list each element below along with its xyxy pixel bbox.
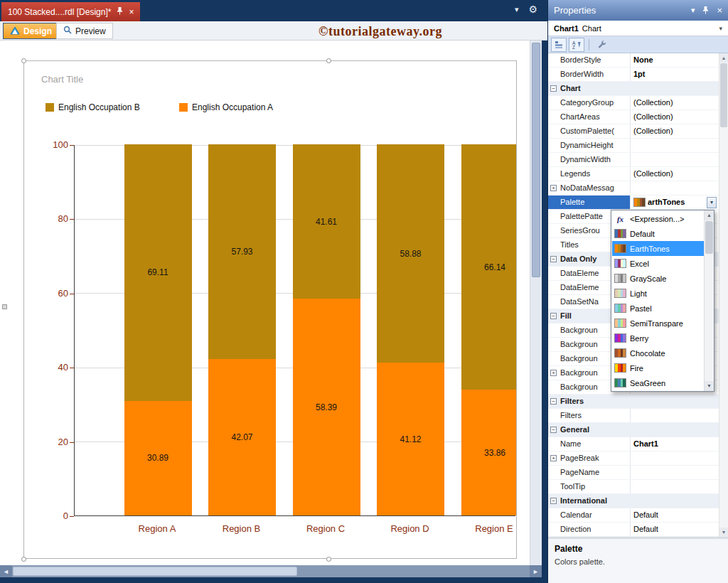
property-value-cell[interactable]: (Collection) xyxy=(631,124,719,138)
property-name-cell[interactable]: −International xyxy=(548,494,719,508)
property-row-palette-10[interactable]: PalettearthTones▾ xyxy=(548,196,719,210)
close-icon[interactable]: × xyxy=(717,5,722,16)
bar-region-b[interactable]: 42.0757.93 xyxy=(208,145,276,515)
property-name-cell[interactable]: DynamicHeight xyxy=(548,139,631,152)
property-name-cell[interactable]: −Filters xyxy=(548,395,719,408)
property-value-cell[interactable]: Default xyxy=(631,508,719,522)
property-row-custompalette-5[interactable]: CustomPalette((Collection) xyxy=(548,124,719,139)
object-selector[interactable]: Chart1 Chart ▾ xyxy=(548,21,728,36)
property-name-cell[interactable]: BorderStyle xyxy=(548,53,631,67)
property-row-calendar-32[interactable]: CalendarDefault xyxy=(548,508,719,523)
property-name-cell[interactable]: ToolTip xyxy=(548,480,631,493)
pin-icon[interactable] xyxy=(117,6,123,17)
collapse-icon[interactable]: − xyxy=(550,85,557,92)
property-value-cell[interactable]: Chart1 xyxy=(631,437,719,451)
property-row-pagebreak-28[interactable]: +PageBreak xyxy=(548,451,719,466)
property-name-cell[interactable]: ChartAreas xyxy=(548,110,631,124)
property-row-categorygroup-3[interactable]: CategoryGroup(Collection) xyxy=(548,96,719,110)
property-value-cell[interactable]: (Collection) xyxy=(631,96,719,109)
property-name-cell[interactable]: Name xyxy=(548,437,631,451)
legend-item-english-occupation-b[interactable]: English Occupation B xyxy=(46,102,140,112)
property-name-cell[interactable]: Direction xyxy=(548,523,631,536)
palette-option-excel[interactable]: Excel xyxy=(612,256,704,271)
resize-handle-left-middle[interactable] xyxy=(2,304,7,309)
chevron-down-icon[interactable]: ▾ xyxy=(515,5,519,14)
property-name-cell[interactable]: +PageBreak xyxy=(548,451,631,465)
tab-design[interactable]: Design xyxy=(3,23,59,39)
document-tab[interactable]: 100 Stacked....rdl [Design]* × xyxy=(1,2,140,21)
property-name-cell[interactable]: CustomPalette( xyxy=(548,124,631,138)
property-value-cell[interactable]: 1pt xyxy=(631,68,719,81)
vertical-scrollbar[interactable] xyxy=(530,41,542,565)
window-menu-chevron-icon[interactable]: ▾ xyxy=(691,6,695,15)
property-value-cell[interactable] xyxy=(631,139,719,152)
collapse-icon[interactable]: − xyxy=(550,427,557,433)
collapse-icon[interactable]: − xyxy=(550,313,557,319)
horizontal-scrollbar-thumb[interactable] xyxy=(13,567,297,576)
pin-icon[interactable] xyxy=(702,6,709,16)
property-value-cell[interactable] xyxy=(631,153,719,166)
palette-option-seagreen[interactable]: SeaGreen xyxy=(612,375,704,390)
palette-option-expression[interactable]: fx<Expression...> xyxy=(612,211,704,226)
property-value-cell[interactable]: None xyxy=(631,53,719,67)
collapse-icon[interactable]: − xyxy=(550,498,557,504)
collapse-icon[interactable]: − xyxy=(550,256,557,262)
property-row-direction-33[interactable]: DirectionDefault xyxy=(548,523,719,537)
properties-header[interactable]: Properties ▾ × xyxy=(548,0,728,21)
property-pages-wrench-button[interactable] xyxy=(594,38,609,52)
property-name-cell[interactable]: −Chart xyxy=(548,82,719,95)
property-row-tooltip-30[interactable]: ToolTip xyxy=(548,480,719,494)
property-value-cell[interactable] xyxy=(631,451,719,465)
palette-option-berry[interactable]: Berry xyxy=(612,331,704,346)
palette-option-default[interactable]: Default xyxy=(612,226,704,241)
property-row-dynamicwidth-7[interactable]: DynamicWidth xyxy=(548,153,719,167)
expand-icon[interactable]: + xyxy=(550,185,557,191)
property-row-borderwidth-1[interactable]: BorderWidth1pt xyxy=(548,68,719,82)
palette-option-grayscale[interactable]: GrayScale xyxy=(612,271,704,286)
palette-option-pastel[interactable]: Pastel xyxy=(612,301,704,316)
property-row-nodatamessag-9[interactable]: +NoDataMessag xyxy=(548,181,719,196)
property-name-cell[interactable]: Calendar xyxy=(548,508,631,522)
palette-dropdown-button[interactable]: ▾ xyxy=(707,197,717,208)
resize-handle-top-center[interactable] xyxy=(326,58,331,63)
tab-preview[interactable]: Preview xyxy=(56,23,113,39)
property-row-pagename-29[interactable]: PageName xyxy=(548,466,719,480)
palette-option-semitranspare[interactable]: SemiTranspare xyxy=(612,316,704,331)
palette-option-fire[interactable]: Fire xyxy=(612,360,704,375)
property-value-cell[interactable]: (Collection) xyxy=(631,167,719,181)
legend-item-english-occupation-a[interactable]: English Occupation A xyxy=(179,102,273,112)
scroll-right-arrow-icon[interactable]: ► xyxy=(530,565,542,577)
scroll-up-arrow-icon[interactable]: ▲ xyxy=(705,210,714,220)
categorized-view-button[interactable] xyxy=(551,38,567,52)
resize-handle-top-left[interactable] xyxy=(21,58,26,63)
property-name-cell[interactable]: Legends xyxy=(548,167,631,181)
property-row-borderstyle-0[interactable]: BorderStyleNone xyxy=(548,53,719,68)
property-row-international-31[interactable]: −International xyxy=(548,494,719,508)
property-name-cell[interactable]: CategoryGroup xyxy=(548,96,631,109)
expand-icon[interactable]: + xyxy=(550,370,557,376)
plot-area[interactable]: 30.8969.1142.0757.9358.3941.6141.1258.88… xyxy=(74,145,515,516)
collapse-icon[interactable]: − xyxy=(550,398,557,405)
selector-chevron-icon[interactable]: ▾ xyxy=(719,25,722,32)
chart-design-surface[interactable]: Chart Title 30.8969.1142.0757.9358.3941.… xyxy=(23,60,517,559)
design-canvas[interactable]: Chart Title 30.8969.1142.0757.9358.3941.… xyxy=(0,41,530,565)
gear-icon[interactable]: ⚙ xyxy=(528,4,537,15)
property-value-cell[interactable] xyxy=(631,181,719,195)
property-name-cell[interactable]: Filters xyxy=(548,409,631,422)
scroll-down-arrow-icon[interactable]: ▼ xyxy=(705,381,714,391)
chart-title[interactable]: Chart Title xyxy=(41,74,83,85)
property-row-chart-2[interactable]: −Chart xyxy=(548,82,719,96)
bar-region-a[interactable]: 30.8969.11 xyxy=(124,145,192,515)
property-name-cell[interactable]: +NoDataMessag xyxy=(548,181,631,195)
property-value-cell[interactable] xyxy=(631,480,719,493)
property-grid-scrollbar-thumb[interactable] xyxy=(720,63,727,127)
property-name-cell[interactable]: −General xyxy=(548,423,719,437)
scroll-left-arrow-icon[interactable]: ◄ xyxy=(0,565,12,577)
scroll-down-arrow-icon[interactable]: ▼ xyxy=(719,528,728,537)
scroll-up-arrow-icon[interactable]: ▲ xyxy=(719,53,728,63)
palette-option-earthtones[interactable]: EarthTones xyxy=(612,241,704,256)
property-value-cell[interactable] xyxy=(631,409,719,422)
bar-region-c[interactable]: 58.3941.61 xyxy=(293,145,360,515)
property-value-cell[interactable]: (Collection) xyxy=(631,110,719,124)
property-row-dynamicheight-6[interactable]: DynamicHeight xyxy=(548,139,719,153)
